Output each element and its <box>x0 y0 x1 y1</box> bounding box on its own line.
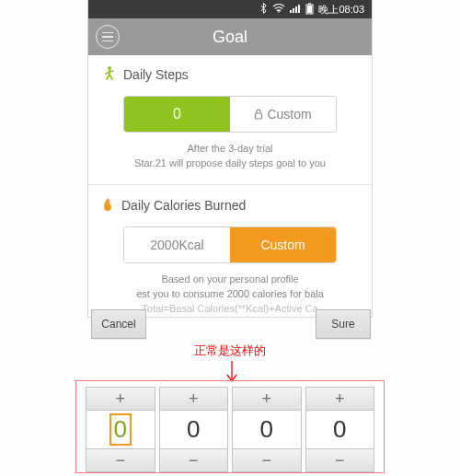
calories-toggle: 2000Kcal Custom <box>123 226 337 263</box>
signal-icon <box>290 4 301 15</box>
phone-frame: 晚上08:03 Goal Daily Steps 0 Custom <box>87 0 373 318</box>
calories-hint-1: Based on your personal profile <box>103 273 357 287</box>
steps-value-button[interactable]: 0 <box>124 97 230 132</box>
picker-value[interactable]: 0 <box>233 411 301 448</box>
steps-toggle: 0 Custom <box>123 96 337 133</box>
svg-rect-6 <box>308 3 311 5</box>
steps-title-text: Daily Steps <box>123 67 189 82</box>
sure-label: Sure <box>331 318 354 331</box>
picker-minus-button[interactable]: − <box>160 448 228 471</box>
walk-icon <box>101 66 116 83</box>
cancel-button[interactable]: Cancel <box>91 309 146 339</box>
number-picker: + 0 − + 0 − + 0 − + 0 − <box>86 387 374 472</box>
svg-rect-1 <box>290 10 292 13</box>
steps-hint-1: After the 3-day trial <box>101 142 359 157</box>
picker-minus-button[interactable]: − <box>306 448 374 471</box>
picker-plus-button[interactable]: + <box>86 388 155 411</box>
picker-minus-button[interactable]: − <box>233 448 301 471</box>
calories-title-text: Daily Calories Burned <box>121 198 246 213</box>
picker-value[interactable]: 0 <box>306 411 374 448</box>
svg-rect-2 <box>293 8 294 13</box>
annotation-text: 正常是这样的 <box>0 342 460 359</box>
picker-col-3: + 0 − <box>305 387 375 472</box>
lock-icon <box>254 109 263 120</box>
picker-col-0: + 0 − <box>86 387 155 472</box>
steps-section-title: Daily Steps <box>101 66 359 83</box>
app-header: Goal <box>88 18 372 55</box>
svg-point-0 <box>279 11 281 13</box>
battery-icon <box>305 3 314 17</box>
cancel-label: Cancel <box>101 318 135 331</box>
steps-hint: After the 3-day trial Star.21 will propo… <box>101 142 359 171</box>
picker-value[interactable]: 0 <box>160 411 228 448</box>
steps-value: 0 <box>173 106 181 122</box>
bluetooth-icon <box>259 3 268 16</box>
picker-col-2: + 0 − <box>232 387 302 472</box>
page-title: Goal <box>213 28 247 47</box>
flame-icon <box>101 198 114 214</box>
status-time: 晚上08:03 <box>318 3 364 17</box>
picker-plus-button[interactable]: + <box>233 388 301 411</box>
calories-value: 2000Kcal <box>150 238 203 252</box>
steps-custom-label: Custom <box>267 107 311 122</box>
steps-custom-button[interactable]: Custom <box>230 97 336 132</box>
calories-custom-button[interactable]: Custom <box>230 227 336 262</box>
picker-value[interactable]: 0 <box>86 411 155 448</box>
picker-col-1: + 0 − <box>159 387 229 472</box>
calories-value-button[interactable]: 2000Kcal <box>124 227 230 262</box>
steps-hint-2: Star.21 will propose daily steps goal to… <box>101 157 359 171</box>
content-area: Daily Steps 0 Custom After the 3-day tri… <box>88 55 372 317</box>
sure-button[interactable]: Sure <box>316 309 371 339</box>
status-bar: 晚上08:03 <box>88 0 372 18</box>
wifi-icon <box>272 4 285 15</box>
svg-rect-3 <box>295 6 297 13</box>
section-divider <box>88 184 372 185</box>
svg-rect-7 <box>307 6 312 13</box>
svg-rect-9 <box>256 113 262 119</box>
calories-section-title: Daily Calories Burned <box>101 198 359 214</box>
picker-minus-button[interactable]: − <box>86 448 155 471</box>
menu-button[interactable] <box>96 25 120 49</box>
picker-plus-button[interactable]: + <box>160 388 228 411</box>
svg-rect-4 <box>298 5 300 13</box>
picker-plus-button[interactable]: + <box>306 388 374 411</box>
calories-hint-2: est you to consume 2000 calories for bal… <box>103 287 357 302</box>
calories-custom-label: Custom <box>260 238 305 252</box>
